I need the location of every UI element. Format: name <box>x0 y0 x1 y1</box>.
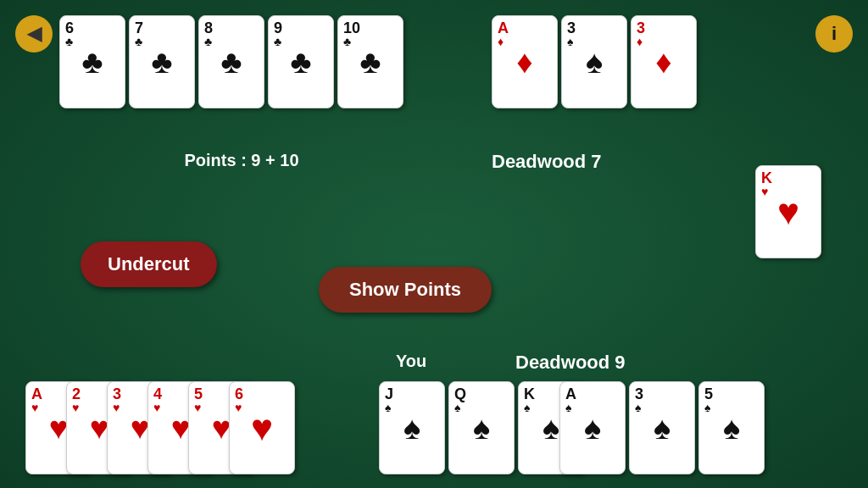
card-6-hearts: 6 ♥ ♥ <box>229 381 295 474</box>
info-button[interactable]: i <box>815 15 853 53</box>
king-hearts-card: K ♥ ♥ <box>755 165 821 258</box>
opponent-deadwood-cards: A ♦ ♦ 3 ♠ ♠ 3 ♦ ♦ <box>492 15 697 108</box>
player-deadwood-label: Deadwood 9 <box>515 352 626 374</box>
card-8-clubs: 8 ♣ ♣ <box>198 15 264 108</box>
card-3-diamonds: 3 ♦ ♦ <box>631 15 697 108</box>
info-icon: i <box>832 23 837 45</box>
player-spades-cards: J ♠ ♠ Q ♠ ♠ K ♠ ♠ <box>379 381 584 474</box>
card-9-clubs: 9 ♣ ♣ <box>268 15 334 108</box>
opponent-meld-cards: 6 ♣ ♣ 7 ♣ ♣ 8 ♣ ♣ 9 ♣ ♣ 10 ♣ ♣ <box>59 15 403 108</box>
undercut-button[interactable]: Undercut <box>81 241 217 287</box>
player-mixed-cards: A ♠ ♠ 3 ♠ ♠ 5 ♠ ♠ <box>559 381 765 474</box>
card-3-spades: 3 ♠ ♠ <box>561 15 627 108</box>
back-button[interactable]: ◀ <box>15 15 53 53</box>
show-points-button[interactable]: Show Points <box>319 267 492 313</box>
opponent-points-label: Points : 9 + 10 <box>59 151 424 170</box>
card-ace-diamonds: A ♦ ♦ <box>492 15 558 108</box>
you-label: You <box>396 352 426 371</box>
opponent-deadwood-label: Deadwood 7 <box>492 151 729 173</box>
card-3-spades-player: 3 ♠ ♠ <box>629 381 695 474</box>
card-5-spades: 5 ♠ ♠ <box>698 381 765 474</box>
card-10-clubs: 10 ♣ ♣ <box>337 15 403 108</box>
card-6-clubs: 6 ♣ ♣ <box>59 15 125 108</box>
card-ace-spades: A ♠ ♠ <box>559 381 626 474</box>
card-jack-spades: J ♠ ♠ <box>379 381 445 474</box>
back-icon: ◀ <box>27 23 42 45</box>
card-7-clubs: 7 ♣ ♣ <box>129 15 195 108</box>
card-queen-spades: Q ♠ ♠ <box>448 381 515 474</box>
player-hearts-cards: A ♥ ♥ 2 ♥ ♥ 3 ♥ ♥ 4 ♥ ♥ 5 ♥ ♥ 6 ♥ ♥ <box>25 381 270 474</box>
